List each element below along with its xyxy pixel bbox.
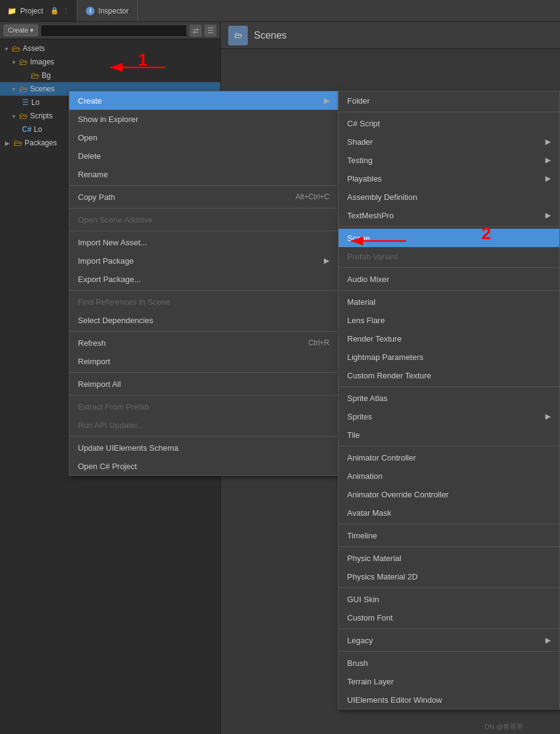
tree-item-assets[interactable]: ▾ 🗁 Assets <box>0 42 220 55</box>
filter-icon[interactable]: ☰ <box>204 25 217 37</box>
menu-item-import-asset[interactable]: Import New Asset... <box>69 233 338 251</box>
menu-item-right-custom-render[interactable]: Custom Render Texture <box>339 366 559 384</box>
menu-item-right-custom-font[interactable]: Custom Font <box>339 608 559 627</box>
menu-item-update-ui[interactable]: Update UIElements Schema <box>69 438 338 457</box>
menu-item-find-refs-label: Find References In Scene <box>78 297 329 307</box>
sync-icon[interactable]: ⇄ <box>190 25 202 37</box>
menu-item-rename-label: Rename <box>78 170 329 179</box>
menu-item-show-explorer[interactable]: Show in Explorer <box>69 110 338 128</box>
menu-item-right-brush-label: Brush <box>347 659 551 668</box>
menu-item-run-api: Run API Updater... <box>69 416 338 434</box>
menu-item-copy-path-label: Copy Path <box>78 193 283 202</box>
menu-item-right-legacy-arrow: ▶ <box>545 636 551 644</box>
lock-icon: 🔒 <box>50 7 59 15</box>
menu-item-import-package-arrow: ▶ <box>324 256 329 265</box>
menu-item-right-playables[interactable]: Playables ▶ <box>339 169 559 188</box>
menu-item-right-csharp[interactable]: C# Script <box>339 114 559 132</box>
menu-item-right-lightmap[interactable]: Lightmap Parameters <box>339 348 559 366</box>
sep7 <box>69 395 338 396</box>
script-icon: C# <box>22 125 31 134</box>
arrow-scripts: ▾ <box>12 113 15 120</box>
menu-item-right-testing-label: Testing <box>347 156 545 165</box>
menu-item-right-legacy[interactable]: Legacy ▶ <box>339 631 559 649</box>
menu-item-right-tile[interactable]: Tile <box>339 426 559 444</box>
create-button[interactable]: Create ▾ <box>4 25 38 36</box>
sep2 <box>69 208 338 208</box>
menu-item-right-assembly[interactable]: Assembly Definition <box>339 188 559 206</box>
menu-item-right-testing-arrow: ▶ <box>545 156 551 164</box>
menu-item-select-deps[interactable]: Select Dependencies <box>69 311 338 329</box>
menu-item-extract-prefab-label: Extract From Prefab <box>78 402 329 411</box>
menu-item-right-lightmap-label: Lightmap Parameters <box>347 353 551 362</box>
menu-item-right-brush[interactable]: Brush <box>339 654 559 672</box>
menu-item-import-asset-label: Import New Asset... <box>78 238 329 247</box>
inspector-title: Scenes <box>254 30 286 41</box>
project-tab-label: Project <box>20 7 43 15</box>
tree-item-bg[interactable]: ▶ 🗁 Bg <box>0 69 220 82</box>
menu-item-right-sprite-atlas[interactable]: Sprite Atlas <box>339 389 559 407</box>
folder-icon-images: 🗁 <box>19 57 28 67</box>
menu-item-create[interactable]: Create ▶ <box>69 91 338 110</box>
menu-item-right-uielements[interactable]: UIElements Editor Window <box>339 690 559 709</box>
menu-item-refresh[interactable]: Refresh Ctrl+R <box>69 334 338 352</box>
menu-item-right-textmeshpro[interactable]: TextMeshPro ▶ <box>339 206 559 224</box>
menu-item-right-audio-mixer[interactable]: Audio Mixer <box>339 270 559 288</box>
menu-item-right-lens-flare[interactable]: Lens Flare <box>339 311 559 329</box>
scene-icon: ☰ <box>22 98 29 107</box>
menu-item-reimport[interactable]: Reimport <box>69 352 338 370</box>
menu-item-right-animator-ctrl[interactable]: Animator Controller <box>339 448 559 467</box>
menu-item-right-material-label: Material <box>347 297 551 307</box>
packages-label: Packages <box>25 139 57 147</box>
menu-item-right-testing[interactable]: Testing ▶ <box>339 151 559 169</box>
menu-item-right-render-texture[interactable]: Render Texture <box>339 329 559 348</box>
menu-item-delete[interactable]: Delete <box>69 147 338 165</box>
menu-item-right-csharp-label: C# Script <box>347 119 551 128</box>
menu-item-right-terrain-layer[interactable]: Terrain Layer <box>339 672 559 690</box>
menu-item-right-prefab-variant: Prefab Variant <box>339 247 559 266</box>
search-input[interactable] <box>40 25 187 37</box>
folder-icon-scripts: 🗁 <box>19 111 28 121</box>
menu-item-import-package[interactable]: Import Package ▶ <box>69 251 338 270</box>
tab-inspector[interactable]: i Inspector <box>77 0 137 21</box>
menu-item-right-sprites[interactable]: Sprites ▶ <box>339 407 559 426</box>
menu-item-reimport-all[interactable]: Reimport All <box>69 375 338 393</box>
rsep2 <box>339 226 559 227</box>
menu-item-right-physic-mat-label: Physic Material <box>347 554 551 563</box>
menu-item-right-physics-2d[interactable]: Physics Material 2D <box>339 567 559 586</box>
menu-item-right-animation[interactable]: Animation <box>339 467 559 485</box>
menu-item-right-shader[interactable]: Shader ▶ <box>339 132 559 151</box>
menu-item-right-playables-arrow: ▶ <box>545 174 551 183</box>
menu-item-right-sprites-arrow: ▶ <box>545 412 551 421</box>
menu-item-rename[interactable]: Rename <box>69 165 338 183</box>
menu-item-right-timeline[interactable]: Timeline <box>339 526 559 545</box>
rsep9 <box>339 587 559 588</box>
menu-item-right-physics-2d-label: Physics Material 2D <box>347 572 551 581</box>
sep5 <box>69 331 338 332</box>
lo-script-label: Lo <box>34 125 42 134</box>
tree-item-images[interactable]: ▾ 🗁 Images <box>0 55 220 69</box>
inspector-tab-label: Inspector <box>98 7 128 15</box>
folder-icon-project: 📁 <box>7 7 17 15</box>
menu-item-create-arrow: ▶ <box>324 96 329 105</box>
arrow-scenes: ▾ <box>12 86 15 93</box>
menu-item-right-animator-override[interactable]: Animator Override Controller <box>339 485 559 503</box>
menu-item-right-custom-render-label: Custom Render Texture <box>347 371 551 380</box>
menu-item-open-additive-label: Open Scene Additive <box>78 215 329 224</box>
menu-item-export-package[interactable]: Export Package... <box>69 270 338 288</box>
menu-item-right-avatar-mask[interactable]: Avatar Mask <box>339 503 559 522</box>
inspector-header: 🗁 Scenes <box>221 22 560 49</box>
menu-item-right-material[interactable]: Material <box>339 292 559 311</box>
tab-project[interactable]: 📁 Project 🔒 ⋮ <box>0 0 77 21</box>
menu-item-find-refs: Find References In Scene <box>69 292 338 311</box>
sep1 <box>69 185 338 186</box>
menu-item-open[interactable]: Open <box>69 128 338 147</box>
menu-item-right-gui-skin[interactable]: GUI Skin <box>339 590 559 608</box>
menu-item-open-csharp[interactable]: Open C# Project <box>69 457 338 475</box>
menu-item-right-folder[interactable]: Folder <box>339 91 559 110</box>
menu-item-right-animation-label: Animation <box>347 472 551 481</box>
menu-item-right-scene[interactable]: Scene <box>339 229 559 247</box>
menu-item-copy-path[interactable]: Copy Path Alt+Ctrl+C <box>69 188 338 206</box>
folder-icon-scenes: 🗁 <box>19 84 28 94</box>
scenes-folder-icon: 🗁 <box>228 26 248 45</box>
menu-item-right-physic-mat[interactable]: Physic Material <box>339 549 559 567</box>
